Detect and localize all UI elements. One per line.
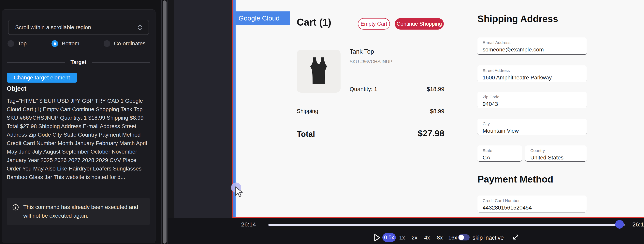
cart-divider	[297, 101, 444, 101]
radio-bottom-dot[interactable]	[52, 40, 58, 47]
play-button[interactable]	[373, 233, 381, 242]
change-target-element-label: Change target element	[14, 74, 70, 81]
divider-line	[92, 62, 150, 63]
tank-top-image	[304, 54, 334, 88]
radio-top[interactable]: Top	[8, 40, 27, 47]
state-field[interactable]: State CA	[478, 145, 522, 162]
continue-shopping-button[interactable]: Continue Shopping	[395, 18, 444, 29]
speed-16x-button[interactable]: 16x	[448, 235, 457, 241]
select-chevrons-icon	[137, 24, 143, 31]
app-root: Scroll within a scrollable region Top Bo…	[0, 0, 644, 244]
shipping-row-value: $8.99	[403, 108, 444, 115]
info-icon	[12, 204, 19, 211]
notice-text: This command has already been executed a…	[23, 203, 144, 220]
email-field[interactable]: E-mail Address someone@example.com	[478, 37, 586, 55]
element-highlight-red-bottom	[232, 217, 644, 218]
product-image	[297, 50, 340, 93]
credit-card-field-label: Credit Card Number	[482, 198, 586, 203]
sidebar-divider	[7, 237, 150, 237]
object-heading: Object	[7, 85, 26, 92]
continue-shopping-label: Continue Shopping	[396, 21, 442, 27]
end-time: 26:1	[632, 221, 644, 228]
target-section-divider: Target	[7, 59, 150, 65]
current-time: 26:14	[241, 221, 256, 228]
credit-card-field[interactable]: Credit Card Number 4432801561520454	[478, 196, 586, 213]
product-name: Tank Top	[350, 48, 374, 55]
zip-field[interactable]: Zip Code 94043	[478, 92, 586, 108]
radio-top-label: Top	[18, 40, 27, 47]
country-field-label: Country	[530, 148, 586, 153]
skip-inactive-label: skip inactive	[472, 235, 504, 241]
command-detail-panel: Scroll within a scrollable region Top Bo…	[2, 9, 156, 243]
product-quantity: Quantity: 1	[350, 86, 377, 92]
country-field[interactable]: Country United States	[525, 145, 586, 162]
email-field-label: E-mail Address	[482, 40, 586, 45]
replay-gutter-outer	[168, 0, 174, 218]
replay-gutter	[174, 0, 232, 218]
shipping-row-label: Shipping	[297, 108, 318, 114]
divider-line	[7, 62, 65, 63]
email-field-value: someone@example.com	[482, 46, 586, 53]
cart-header-divider	[297, 40, 444, 40]
radio-coordinates-label: Co-ordinates	[114, 40, 146, 47]
speed-0.5x-button[interactable]: 0.5x	[382, 233, 396, 242]
timeline-track[interactable]	[268, 224, 625, 226]
city-field-label: City	[482, 121, 586, 126]
replayed-webpage: Cart (1) Empty Cart Continue Shopping Ta…	[236, 0, 644, 217]
timeline-thumb[interactable]	[615, 220, 624, 229]
google-cloud-badge: Google Cloud	[234, 11, 290, 25]
radio-bottom[interactable]: Bottom	[52, 40, 79, 47]
radio-bottom-label: Bottom	[62, 40, 79, 47]
fullscreen-icon[interactable]	[512, 233, 520, 241]
speed-1x-button[interactable]: 1x	[399, 235, 405, 241]
sidebar-scrollbar[interactable]	[162, 0, 168, 244]
radio-coordinates[interactable]: Co-ordinates	[104, 40, 146, 47]
skip-inactive-toggle[interactable]	[458, 234, 470, 241]
state-field-value: CA	[482, 155, 522, 161]
zip-field-label: Zip Code	[482, 95, 586, 99]
city-field[interactable]: City Mountain View	[478, 119, 586, 135]
speed-4x-button[interactable]: 4x	[424, 235, 430, 241]
radio-top-dot[interactable]	[8, 40, 14, 47]
command-type-select[interactable]: Scroll within a scrollable region	[8, 20, 149, 35]
toggle-knob[interactable]	[458, 235, 464, 240]
zip-field-value: 94043	[482, 101, 586, 107]
state-field-label: State	[482, 148, 522, 153]
shipping-address-heading: Shipping Address	[478, 13, 558, 24]
already-executed-notice: This command has already been executed a…	[7, 198, 150, 225]
speed-2x-button[interactable]: 2x	[412, 235, 418, 241]
replay-cursor	[229, 182, 247, 200]
country-field-value: United States	[530, 155, 586, 161]
object-description-text: Tag="HTML" $ EUR USD JPY GBP TRY CAD 1 G…	[7, 97, 151, 181]
product-price: $18.99	[403, 86, 444, 92]
change-target-element-button[interactable]: Change target element	[7, 73, 77, 83]
street-field-label: Street Address	[482, 68, 586, 73]
speed-8x-button[interactable]: 8x	[437, 235, 443, 241]
command-type-value: Scroll within a scrollable region	[15, 24, 91, 30]
empty-cart-button[interactable]: Empty Cart	[358, 18, 390, 29]
total-value: $27.98	[386, 129, 444, 138]
replay-player-bar: 26:14 26:1 0.5x 1x 2x 4x 8x 16x skip ina…	[168, 218, 644, 244]
empty-cart-label: Empty Cart	[360, 21, 387, 27]
target-section-label: Target	[70, 59, 86, 65]
street-field-value: 1600 Amphitheatre Parkway	[482, 74, 586, 81]
scrollbar-thumb[interactable]	[163, 0, 166, 244]
speed-0.5x-label: 0.5x	[384, 235, 394, 241]
radio-coordinates-dot[interactable]	[104, 40, 110, 47]
product-sku: SKU #66VCHSJNUP	[350, 59, 392, 64]
cart-title: Cart (1)	[297, 16, 331, 28]
credit-card-field-value: 4432801561520454	[482, 205, 586, 211]
street-field[interactable]: Street Address 1600 Amphitheatre Parkway	[478, 65, 586, 82]
google-cloud-badge-label: Google Cloud	[238, 14, 280, 22]
total-label: Total	[297, 130, 315, 139]
payment-method-heading: Payment Method	[478, 174, 553, 185]
city-field-value: Mountain View	[482, 128, 586, 134]
